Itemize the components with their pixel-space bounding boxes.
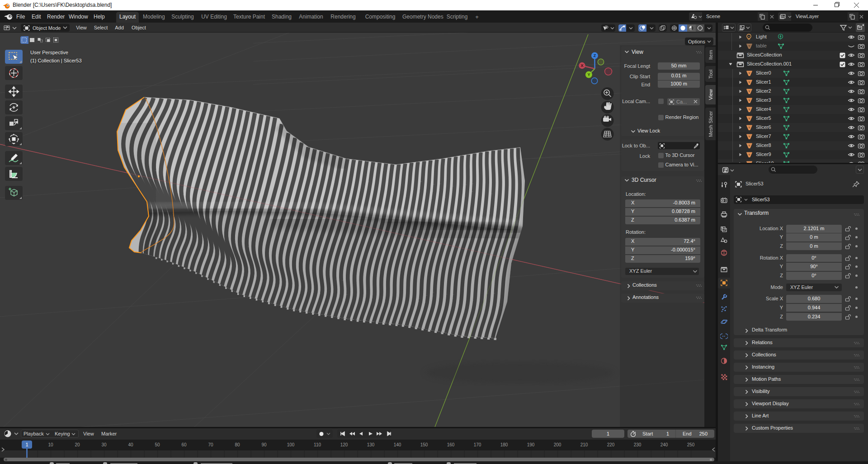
svg-text:Y: Y [587,72,590,77]
svg-text:X: X [580,63,583,68]
svg-text:Z: Z [594,53,596,58]
